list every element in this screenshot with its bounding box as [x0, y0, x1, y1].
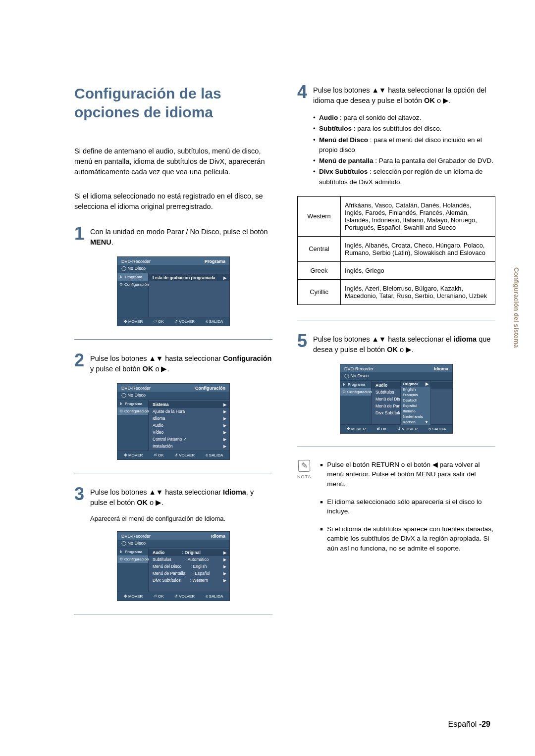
- osd-title: DVD-Recorder: [121, 259, 151, 264]
- osd-foot: VOLVER: [402, 427, 418, 431]
- step-number: 3: [74, 486, 86, 508]
- step-2: 2 Pulse los botones ▲▼ hasta seleccionar…: [74, 353, 272, 374]
- osd-foot: OK: [381, 427, 387, 431]
- step-number: 5: [297, 333, 309, 355]
- osd-foot: VOLVER: [179, 594, 195, 599]
- osd-header-section: Idioma: [434, 366, 448, 371]
- table-val: Inglés, Albanés, Croata, Checo, Húngaro,…: [341, 236, 495, 261]
- step-text: Con la unidad en modo Parar / No Disco, …: [90, 228, 268, 236]
- osd-foot: OK: [158, 453, 164, 457]
- osd-nodisc: No Disco: [128, 541, 146, 546]
- table-row: CyrillicInglés, Azeri, Bielorruso, Búlga…: [298, 279, 495, 304]
- intro-paragraph-2: Si el idioma seleccionado no está regist…: [74, 191, 272, 212]
- osd-foot: MOVER: [128, 594, 143, 599]
- step-bold: Configuración: [223, 354, 271, 362]
- step-text: y pulse el botón: [90, 365, 143, 373]
- osd-foot: VOLVER: [179, 319, 195, 324]
- step-bold: MENU: [90, 238, 111, 246]
- note-item: El idioma seleccionado sólo aparecería s…: [320, 497, 495, 516]
- osd-foot: SALIDA: [209, 319, 223, 324]
- step-text: .: [111, 238, 113, 246]
- osd-foot: MOVER: [351, 427, 366, 431]
- note-icon: ✎: [298, 459, 311, 472]
- note-item: Pulse el botón RETURN o el botón ◀ para …: [320, 460, 495, 489]
- osd-screenshot-idioma: DVD-RecorderIdioma ◯ No Disco Programa C…: [117, 531, 230, 601]
- table-key: Cyrillic: [298, 279, 341, 304]
- osd-menu-row: Menú del Disco: English▶: [149, 563, 229, 570]
- footer-page-number: -29: [479, 720, 490, 728]
- osd-side-item: Programa: [340, 381, 371, 388]
- bullet-bold: Divx Subtítulos: [319, 168, 368, 175]
- step-text: Pulse los botones ▲▼ hasta seleccionar l…: [313, 86, 486, 104]
- osd-side-item: Configuración: [117, 555, 148, 563]
- osd-nodisc: No Disco: [128, 393, 146, 398]
- osd-foot: OK: [158, 594, 164, 599]
- step-number: 4: [297, 84, 309, 106]
- osd-menu-row: Menú de Pantalla: Español▶: [149, 570, 229, 577]
- option-bullets: Audio : para el sonido del altavoz. Subt…: [313, 113, 495, 187]
- table-val: Inglés, Griego: [341, 261, 495, 279]
- table-val: Afrikáans, Vasco, Catalán, Danés, Holand…: [341, 196, 495, 236]
- osd-side-item: Programa: [117, 273, 148, 281]
- osd-menu-row: Idioma▶: [149, 415, 229, 422]
- osd-side-item: Configuración: [117, 281, 148, 288]
- osd-menu-row: Lista de grabación programada▶: [149, 274, 229, 281]
- osd-title: DVD-Recorder: [121, 534, 151, 539]
- bullet-bold: Audio: [319, 114, 338, 121]
- osd-screenshot-programa: DVD-RecorderPrograma ◯ No Disco Programa…: [117, 256, 230, 326]
- osd-title: DVD-Recorder: [121, 386, 151, 391]
- bullet-text: : Para la pantalla del Grabador de DVD.: [374, 157, 493, 164]
- table-key: Greek: [298, 261, 341, 279]
- table-key: Central: [298, 236, 341, 261]
- table-key: Western: [298, 196, 341, 236]
- osd-nodisc: No Disco: [128, 266, 146, 271]
- footer-language: Español: [448, 720, 477, 728]
- osd-side-item: Programa: [117, 400, 148, 407]
- section-side-label: Configuración del sistema: [512, 267, 520, 348]
- osd-menu-row: Control Paterno ✓▶: [149, 436, 229, 443]
- osd-screenshot-config: DVD-RecorderConfiguración ◯ No Disco Pro…: [117, 383, 230, 460]
- osd-menu-row: Instalación▶: [149, 443, 229, 450]
- step-text: Pulse los botones ▲▼ hasta seleccionar: [90, 488, 223, 496]
- osd-menu-row: Ajuste de la Hora▶: [149, 408, 229, 415]
- bullet-bold: Menú de pantalla: [319, 157, 374, 164]
- step-text: o ▶.: [435, 97, 451, 104]
- note-block: ✎ NOTA Pulse el botón RETURN o el botón …: [297, 460, 495, 561]
- osd-foot: SALIDA: [209, 453, 223, 457]
- step-text: o ▶.: [153, 365, 169, 373]
- intro-paragraph-1: Si define de antemano el audio, subtítul…: [74, 146, 272, 177]
- osd-foot: SALIDA: [432, 427, 446, 431]
- table-row: CentralInglés, Albanés, Croata, Checo, H…: [298, 236, 495, 261]
- bullet-text: : para el sonido del altavoz.: [338, 114, 421, 121]
- osd-side-item: Configuración: [117, 407, 148, 415]
- osd-nodisc: No Disco: [351, 373, 369, 378]
- osd-side-item: Configuración: [340, 388, 371, 396]
- step-bold: OK: [424, 97, 435, 104]
- step-3: 3 Pulse los botones ▲▼ hasta seleccionar…: [74, 486, 272, 508]
- step-text: o ▶.: [148, 499, 163, 506]
- osd-screenshot-select-language: DVD-RecorderIdioma ◯ No Disco Programa C…: [340, 364, 453, 434]
- osd-header-section: Programa: [205, 259, 225, 264]
- step-bold: OK: [137, 499, 148, 506]
- table-row: GreekInglés, Griego: [298, 261, 495, 279]
- osd-foot: VOLVER: [179, 453, 195, 457]
- osd-foot: MOVER: [128, 453, 143, 457]
- step-5: 5 Pulse los botones ▲▼ hasta seleccionar…: [297, 333, 495, 355]
- note-label: NOTA: [297, 474, 311, 480]
- page-title: Configuración de las opciones de idioma: [74, 84, 272, 121]
- step-bold: idioma: [453, 335, 477, 343]
- bullet-text: : para los subtítulos del disco.: [352, 125, 442, 132]
- osd-menu-row: Audio▶: [149, 422, 229, 429]
- osd-foot: MOVER: [128, 319, 143, 324]
- page-footer: Español -29: [448, 720, 490, 729]
- step-text: Pulse los botones ▲▼ hasta seleccionar: [90, 354, 223, 362]
- osd-language-popup: Original▶ English Français Deutsch Españ…: [400, 381, 431, 425]
- step-bold: OK: [143, 365, 154, 373]
- step-4: 4 Pulse los botones ▲▼ hasta seleccionar…: [297, 84, 495, 106]
- step-number: 1: [74, 226, 86, 248]
- step-subtext: Aparecerá el menú de configuración de Id…: [90, 515, 272, 522]
- step-1: 1 Con la unidad en modo Parar / No Disco…: [74, 226, 272, 248]
- osd-menu-row: Audio: Original▶: [149, 549, 229, 556]
- osd-title: DVD-Recorder: [344, 366, 374, 371]
- osd-menu-row: Sistema▶: [149, 401, 229, 408]
